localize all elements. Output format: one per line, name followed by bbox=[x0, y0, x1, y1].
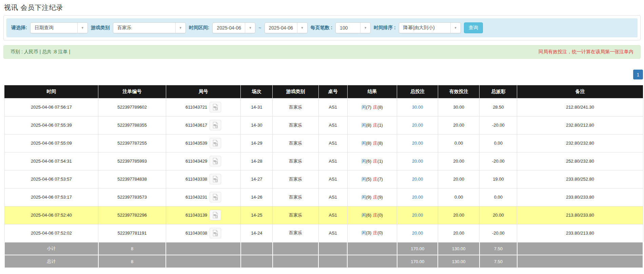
search-button[interactable]: 查询 bbox=[464, 22, 483, 33]
cell-table-number: AS1 bbox=[318, 170, 347, 188]
summary-currency-text: 币别 : 人民币 | 总共 :8 注单 | bbox=[11, 49, 70, 55]
column-header: 备注 bbox=[517, 85, 643, 98]
cell-total-bet: 20.00 bbox=[397, 224, 438, 242]
cell-session: 14-27 bbox=[241, 170, 273, 188]
result-player-points: (7) bbox=[366, 105, 371, 110]
table-row: 2025-04-06 07:53:57 522397784838 6110433… bbox=[4, 170, 643, 188]
result-banker-points: (1) bbox=[377, 159, 383, 164]
summary-bet-count: 8 bbox=[98, 255, 166, 268]
total-bet-link[interactable]: 20.00 bbox=[412, 159, 423, 164]
table-row: 2025-04-06 07:52:40 522397782296 6110431… bbox=[4, 206, 643, 224]
total-bet-link[interactable]: 20.00 bbox=[412, 231, 423, 236]
summary-bet-count: 8 bbox=[98, 242, 166, 255]
result-banker-points: (9) bbox=[377, 195, 383, 200]
result-player-points: (5) bbox=[366, 177, 371, 182]
total-bet-link[interactable]: 20.00 bbox=[412, 195, 423, 200]
date-from-select[interactable]: 2025-04-06 ▼ bbox=[212, 22, 255, 33]
total-bet-link[interactable]: 30.00 bbox=[412, 105, 423, 110]
table-row: 2025-04-06 07:52:02 522397781191 6110430… bbox=[4, 224, 643, 242]
video-replay-button[interactable] bbox=[210, 120, 221, 130]
result-player-points: (6) bbox=[366, 159, 371, 164]
chevron-down-icon: ▼ bbox=[245, 23, 255, 33]
cell-payout: 20.00 bbox=[480, 206, 517, 224]
video-replay-icon bbox=[212, 230, 219, 237]
cell-total-bet: 20.00 bbox=[397, 152, 438, 170]
cell-session: 14-25 bbox=[241, 206, 273, 224]
page-size-select[interactable]: 100 ▼ bbox=[335, 22, 371, 33]
cell-table-number: AS1 bbox=[318, 98, 347, 116]
result-player-points: (8) bbox=[366, 141, 371, 146]
cell-time: 2025-04-06 07:54:31 bbox=[4, 152, 98, 170]
cell-payout: 28.50 bbox=[480, 98, 517, 116]
summary-row: 总计 8 170.00 130.00 7.50 bbox=[4, 255, 643, 268]
result-player-label: 闲 bbox=[362, 123, 366, 128]
sort-order-select[interactable]: 降幂(由大到小) ▼ bbox=[399, 22, 461, 33]
query-type-value: 日期查询 bbox=[31, 23, 77, 33]
total-bet-link[interactable]: 20.00 bbox=[412, 177, 423, 182]
round-number: 611043617 bbox=[186, 123, 207, 128]
game-type-select[interactable]: 百家乐 ▼ bbox=[113, 22, 186, 33]
total-bet-link[interactable]: 20.00 bbox=[412, 213, 423, 218]
column-header: 注单编号 bbox=[98, 85, 166, 98]
cell-table-number: AS1 bbox=[318, 116, 347, 134]
date-to-value: 2025-04-06 bbox=[265, 23, 297, 33]
table-row: 2025-04-06 07:54:31 522397785993 6110434… bbox=[4, 152, 643, 170]
result-player-label: 闲 bbox=[362, 105, 366, 110]
cell-bet-number: 522397782296 bbox=[98, 206, 166, 224]
chevron-down-icon: ▼ bbox=[175, 23, 186, 33]
result-banker-points: (1) bbox=[377, 123, 383, 128]
total-bet-link[interactable]: 20.00 bbox=[412, 123, 423, 128]
cell-time: 2025-04-06 07:52:02 bbox=[4, 224, 98, 242]
cell-game-type: 百家乐 bbox=[273, 152, 319, 170]
cell-payout: -20.00 bbox=[480, 152, 517, 170]
cell-payout: 0.00 bbox=[480, 134, 517, 152]
date-range-tilde: ~ bbox=[258, 25, 261, 31]
sort-order-value: 降幂(由大到小) bbox=[399, 23, 450, 33]
round-number: 611043139 bbox=[186, 213, 207, 218]
filter-panel: 请选择: 日期查询 ▼ 游戏类别 百家乐 ▼ 时间区间: 2025-04-06 … bbox=[3, 15, 641, 40]
cell-payout: 0.00 bbox=[480, 188, 517, 206]
summary-payout: 7.50 bbox=[480, 255, 517, 268]
query-type-select[interactable]: 日期查询 ▼ bbox=[30, 22, 88, 33]
cell-valid-bet: 20.00 bbox=[438, 152, 479, 170]
round-number: 611043231 bbox=[186, 195, 207, 200]
column-header: 场次 bbox=[241, 85, 273, 98]
cell-remark: 232.80/232.80 bbox=[517, 134, 643, 152]
cell-result: 闲(6)庄(1) bbox=[347, 152, 397, 170]
video-replay-icon bbox=[212, 158, 219, 165]
video-replay-button[interactable] bbox=[210, 156, 221, 166]
filter-bar: 请选择: 日期查询 ▼ 游戏类别 百家乐 ▼ 时间区间: 2025-04-06 … bbox=[6, 18, 638, 37]
cell-session: 14-31 bbox=[241, 98, 273, 116]
game-type-value: 百家乐 bbox=[113, 23, 175, 33]
cell-round-number: 611043231 bbox=[166, 188, 240, 206]
summary-row-label: 小计 bbox=[4, 242, 98, 255]
cell-valid-bet: 0.00 bbox=[438, 188, 479, 206]
result-banker-label: 庄 bbox=[373, 159, 377, 164]
video-replay-button[interactable] bbox=[210, 174, 221, 184]
result-player-label: 闲 bbox=[362, 230, 366, 235]
cell-time: 2025-04-06 07:55:09 bbox=[4, 134, 98, 152]
video-replay-button[interactable] bbox=[210, 210, 221, 220]
date-to-select[interactable]: 2025-04-06 ▼ bbox=[265, 22, 308, 33]
summary-row: 小计 8 170.00 130.00 7.50 bbox=[4, 242, 643, 255]
cell-bet-number: 522397787255 bbox=[98, 134, 166, 152]
cell-time: 2025-04-06 07:53:57 bbox=[4, 170, 98, 188]
video-replay-button[interactable] bbox=[210, 228, 221, 238]
video-replay-button[interactable] bbox=[210, 138, 221, 148]
summary-warning-text: 同局有效投注，统一计算在该局第一张注单内 bbox=[539, 49, 633, 55]
cell-game-type: 百家乐 bbox=[273, 134, 319, 152]
result-banker-label: 庄 bbox=[373, 123, 377, 128]
video-replay-button[interactable] bbox=[210, 102, 221, 112]
chevron-down-icon: ▼ bbox=[360, 23, 370, 33]
round-number: 611043721 bbox=[186, 105, 207, 110]
summary-valid-bet: 130.00 bbox=[438, 242, 479, 255]
total-bet-link[interactable]: 20.00 bbox=[412, 141, 423, 146]
summary-remark bbox=[517, 242, 643, 255]
cell-round-number: 611043429 bbox=[166, 152, 240, 170]
cell-table-number: AS1 bbox=[318, 188, 347, 206]
cell-remark: 233.80/252.80 bbox=[517, 170, 643, 188]
pagination-page-1[interactable]: 1 bbox=[633, 70, 643, 79]
cell-session: 14-29 bbox=[241, 134, 273, 152]
cell-valid-bet: 20.00 bbox=[438, 170, 479, 188]
video-replay-button[interactable] bbox=[210, 192, 221, 202]
